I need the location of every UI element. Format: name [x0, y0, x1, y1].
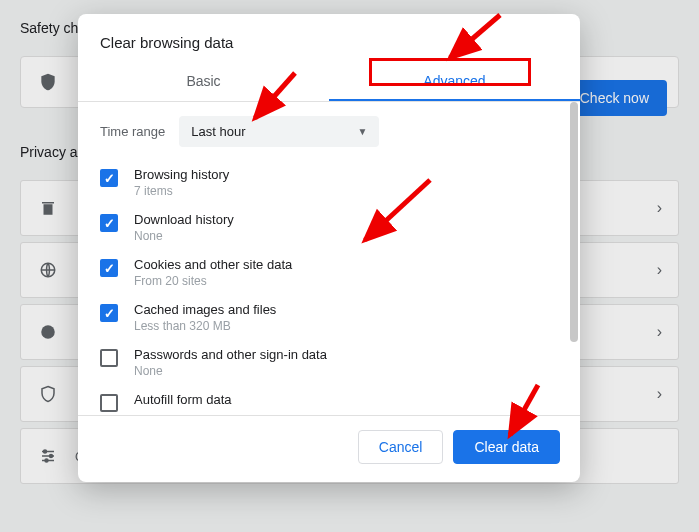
dialog-title: Clear browsing data [78, 14, 580, 63]
tab-indicator [329, 99, 580, 101]
data-type-subtitle: From 20 sites [134, 274, 292, 288]
data-type-row: Browsing history7 items [100, 167, 558, 198]
data-type-row: Download historyNone [100, 212, 558, 243]
clear-browsing-data-dialog: Clear browsing data Basic Advanced Time … [78, 14, 580, 482]
dialog-footer: Cancel Clear data [78, 415, 580, 482]
data-type-title: Download history [134, 212, 234, 227]
checkbox[interactable] [100, 259, 118, 277]
data-type-row: Autofill form data [100, 392, 558, 412]
data-type-row: Passwords and other sign-in dataNone [100, 347, 558, 378]
data-type-title: Cached images and files [134, 302, 276, 317]
cancel-button[interactable]: Cancel [358, 430, 444, 464]
data-type-title: Browsing history [134, 167, 229, 182]
checkbox[interactable] [100, 394, 118, 412]
data-type-row: Cookies and other site dataFrom 20 sites [100, 257, 558, 288]
data-type-subtitle: Less than 320 MB [134, 319, 276, 333]
data-type-subtitle: None [134, 364, 327, 378]
data-type-list: Browsing history7 itemsDownload historyN… [100, 167, 558, 412]
data-type-subtitle: 7 items [134, 184, 229, 198]
scrollbar[interactable] [570, 102, 578, 342]
dialog-body: Time range Last hour ▼ Browsing history7… [78, 102, 580, 415]
tab-advanced[interactable]: Advanced [329, 63, 580, 101]
time-range-value: Last hour [191, 124, 245, 139]
checkbox[interactable] [100, 349, 118, 367]
time-range-label: Time range [100, 124, 165, 139]
time-range-row: Time range Last hour ▼ [100, 116, 558, 147]
checkbox[interactable] [100, 214, 118, 232]
data-type-title: Autofill form data [134, 392, 232, 407]
tab-bar: Basic Advanced [78, 63, 580, 101]
time-range-select[interactable]: Last hour ▼ [179, 116, 379, 147]
checkbox[interactable] [100, 169, 118, 187]
chevron-down-icon: ▼ [357, 126, 367, 137]
tab-basic[interactable]: Basic [78, 63, 329, 101]
data-type-subtitle: None [134, 229, 234, 243]
data-type-title: Cookies and other site data [134, 257, 292, 272]
data-type-title: Passwords and other sign-in data [134, 347, 327, 362]
checkbox[interactable] [100, 304, 118, 322]
clear-data-button[interactable]: Clear data [453, 430, 560, 464]
data-type-row: Cached images and filesLess than 320 MB [100, 302, 558, 333]
